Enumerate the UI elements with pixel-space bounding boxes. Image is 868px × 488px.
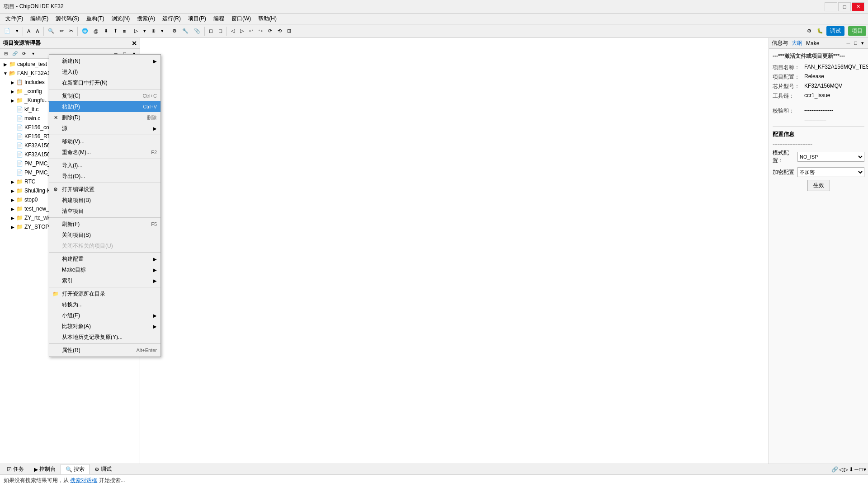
menu-source[interactable]: 源代码(S)	[52, 14, 83, 23]
tab-debug[interactable]: ⚙ 调试	[90, 464, 117, 474]
ctx-copy[interactable]: 复制(C) Ctrl+C	[49, 90, 160, 101]
toolbar-a2[interactable]: A	[33, 26, 41, 37]
toolbar-d2[interactable]: ▾	[159, 26, 166, 37]
ctx-close-project[interactable]: 关闭项目(S)	[49, 230, 160, 240]
ctx-enter[interactable]: 进入(I)	[49, 66, 160, 77]
panel-filter[interactable]: ▾	[29, 50, 37, 58]
make-tab[interactable]: Make	[806, 40, 819, 47]
toolbar-b1[interactable]: 🔍	[46, 26, 57, 37]
menu-refactor[interactable]: 重构(T)	[83, 14, 108, 23]
ctx-clean-project[interactable]: 清空项目	[49, 206, 160, 216]
ctx-build-project[interactable]: 构建项目(B)	[49, 195, 160, 206]
ctx-delete[interactable]: ✕ 删除(D) 删除	[49, 112, 160, 123]
toolbar-globe[interactable]: 🌐	[80, 26, 90, 37]
bottom-dropdown[interactable]: ▾	[863, 466, 866, 473]
toolbar-f3[interactable]: ↩	[247, 26, 255, 37]
ctx-convert[interactable]: 转换为...	[49, 299, 160, 310]
bottom-arrow2[interactable]: ▷	[844, 466, 848, 473]
ctx-refresh[interactable]: 刷新(F) F5	[49, 219, 160, 230]
menu-window[interactable]: 窗口(W)	[228, 14, 255, 23]
toolbar-f2[interactable]: ▷	[238, 26, 246, 37]
menu-edit[interactable]: 编辑(E)	[27, 14, 52, 23]
right-panel-minimize[interactable]: ─	[845, 40, 852, 47]
menu-help[interactable]: 帮助(H)	[255, 14, 280, 23]
toolbar-at[interactable]: @	[91, 26, 101, 37]
mode-config-select[interactable]: NO_ISP	[797, 152, 864, 162]
ctx-move[interactable]: 移动(V)...	[49, 136, 160, 147]
file-icon: 📄	[16, 169, 23, 176]
toolbar-arrow[interactable]: ▾	[14, 26, 21, 37]
toolbar-new[interactable]: 📄	[2, 26, 13, 37]
toolbar-up[interactable]: ⬆	[111, 26, 120, 37]
toolbar-d5[interactable]: 📎	[192, 26, 203, 37]
outline-tab[interactable]: 大纲	[792, 39, 802, 47]
right-panel-maximize[interactable]: □	[853, 40, 859, 47]
toolbar-f7[interactable]: ⊞	[285, 26, 293, 37]
ctx-open-compile[interactable]: ⚙ 打开编译设置	[49, 184, 160, 195]
bottom-content: 如果没有搜索结果可用，从 搜索对话框 开始搜索...	[0, 475, 868, 488]
toolbar-f1[interactable]: ◁	[229, 26, 237, 37]
ctx-open-dir[interactable]: 📁 打开资源所在目录	[49, 288, 160, 299]
toolbar-c1[interactable]: ≡	[121, 26, 128, 37]
ctx-open-new-window[interactable]: 在新窗口中打开(N)	[49, 77, 160, 88]
toolbar-arrow2[interactable]: ▾	[141, 26, 148, 37]
bottom-down[interactable]: ⬇	[849, 466, 854, 473]
ctx-properties[interactable]: 属性(R) Alt+Enter	[49, 345, 160, 356]
toolbar-f6[interactable]: ⟲	[275, 26, 284, 37]
config-dashes: ------------------------	[773, 141, 864, 146]
menu-browse[interactable]: 浏览(N)	[108, 14, 134, 23]
encrypt-select[interactable]: 不加密	[797, 167, 864, 177]
menu-file[interactable]: 文件(F)	[2, 14, 27, 23]
menu-program[interactable]: 编程	[210, 14, 228, 23]
ctx-paste[interactable]: 粘贴(P) Ctrl+V	[49, 101, 160, 112]
ctx-make-target[interactable]: Make目标 ▶	[49, 264, 160, 275]
ctx-index[interactable]: 索引 ▶	[49, 275, 160, 286]
ctx-source[interactable]: 源 ▶	[49, 123, 160, 134]
ctx-build-config[interactable]: 构建配置 ▶	[49, 253, 160, 264]
ctx-export[interactable]: 导出(O)...	[49, 171, 160, 182]
ctx-rename[interactable]: 重命名(M)... F2	[49, 147, 160, 158]
menu-run[interactable]: 运行(R)	[159, 14, 184, 23]
tab-console[interactable]: ▶ 控制台	[29, 464, 61, 474]
ctx-group[interactable]: 小组(E) ▶	[49, 310, 160, 321]
bottom-minimize[interactable]: ─	[854, 466, 859, 473]
search-prompt: 如果没有搜索结果可用，从	[4, 477, 69, 483]
maximize-button[interactable]: □	[838, 2, 851, 11]
toolbar-debug[interactable]: ⚙	[805, 26, 814, 37]
panel-link[interactable]: 🔗	[11, 50, 19, 58]
toolbar-f4[interactable]: ↪	[256, 26, 265, 37]
toolbar-bullet[interactable]: ▷	[132, 26, 140, 37]
tab-tasks[interactable]: ☑ 任务	[2, 464, 29, 474]
ctx-new[interactable]: 新建(N) ▶	[49, 56, 160, 66]
toolbar-e1[interactable]: ◻	[207, 26, 215, 37]
menu-project[interactable]: 项目(P)	[184, 14, 210, 23]
toolbar-e2[interactable]: ◻	[216, 26, 225, 37]
panel-sync[interactable]: ⟳	[20, 50, 28, 58]
panel-close-button[interactable]: ✕	[132, 40, 137, 47]
submenu-arrow: ▶	[153, 59, 157, 64]
minimize-button[interactable]: ─	[825, 2, 837, 11]
close-button[interactable]: ✕	[852, 2, 864, 11]
right-panel-dropdown[interactable]: ▾	[860, 40, 865, 47]
toolbar-debug2[interactable]: 🐛	[815, 26, 826, 37]
tab-search[interactable]: 🔍 搜索	[61, 464, 90, 474]
toolbar-f5[interactable]: ⟳	[266, 26, 274, 37]
panel-collapse-all[interactable]: ⊟	[2, 50, 10, 58]
toolbar-b3[interactable]: ✂	[67, 26, 75, 37]
ctx-import[interactable]: 导入(I)...	[49, 160, 160, 171]
toolbar-d4[interactable]: 🔧	[180, 26, 191, 37]
ctx-restore-history[interactable]: 从本地历史记录复原(Y)...	[49, 332, 160, 343]
search-dialog-link[interactable]: 搜索对话框	[70, 477, 97, 483]
menu-search[interactable]: 搜索(A)	[133, 14, 159, 23]
toolbar-sep1	[23, 27, 23, 36]
bottom-sync-icon[interactable]: 🔗	[831, 466, 838, 473]
bottom-arrow1[interactable]: ◁	[839, 466, 843, 473]
toolbar-down[interactable]: ⬇	[102, 26, 110, 37]
toolbar-d1[interactable]: ⊕	[149, 26, 158, 37]
ctx-compare[interactable]: 比较对象(A) ▶	[49, 321, 160, 332]
toolbar-b2[interactable]: ✏	[57, 26, 66, 37]
bottom-maximize[interactable]: □	[859, 466, 863, 473]
toolbar-a1[interactable]: A	[25, 26, 33, 37]
toolbar-d3[interactable]: ⚙	[170, 26, 179, 37]
shengxiao-button[interactable]: 生效	[807, 180, 830, 191]
